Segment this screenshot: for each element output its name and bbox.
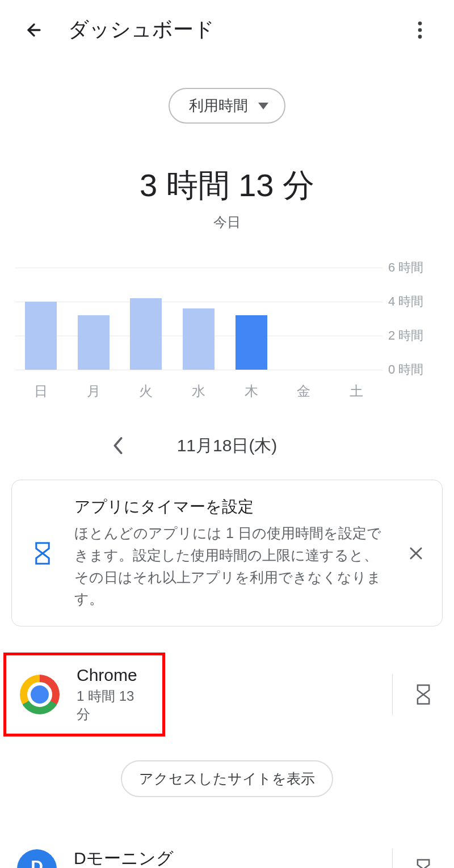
- chart-x-tick-label: 土: [330, 382, 382, 400]
- total-usage-time: 3 時間 13 分: [0, 164, 454, 208]
- info-card-close-button[interactable]: [402, 540, 430, 567]
- app-name: Dモーニング: [74, 847, 380, 868]
- info-card-title: アプリにタイマーを設定: [74, 496, 388, 518]
- chart-y-tick-label: 6 時間: [388, 259, 439, 276]
- svg-point-3: [418, 35, 422, 39]
- chart-bar[interactable]: [25, 302, 57, 370]
- overflow-menu-button[interactable]: [406, 16, 434, 44]
- chart-x-tick-label: 火: [120, 382, 173, 400]
- back-button[interactable]: [20, 16, 48, 44]
- chart-bar-slot: [68, 268, 120, 370]
- arrow-left-icon: [24, 20, 44, 40]
- app-row-dmorning: D モーニング Dモーニング 32 分: [0, 833, 454, 868]
- chevron-left-icon: [112, 437, 124, 454]
- app-row-item[interactable]: Chrome 1 時間 13 分: [3, 653, 165, 736]
- hourglass-icon: [26, 541, 60, 565]
- divider: [392, 674, 393, 715]
- chart-bar[interactable]: [78, 315, 110, 370]
- chart-gridline: [15, 370, 382, 370]
- info-card-description: ほとんどのアプリには 1 日の使用時間を設定できます。設定した使用時間の上限に達…: [74, 522, 388, 610]
- chart-bar-slot: [15, 268, 68, 370]
- chart-bar-slot: [173, 268, 225, 370]
- set-timer-button[interactable]: [409, 680, 438, 709]
- chart-bar-slot: [278, 268, 330, 370]
- chrome-app-icon: [20, 675, 60, 714]
- show-sites-row: アクセスしたサイトを表示: [0, 760, 454, 797]
- hourglass-icon: [416, 858, 431, 869]
- chart-y-tick-label: 4 時間: [388, 293, 439, 310]
- metric-selector-row: 利用時間: [0, 88, 454, 124]
- chart-x-tick-label: 金: [278, 382, 330, 400]
- page-title: ダッシュボード: [68, 16, 406, 44]
- chart-x-tick-label: 月: [68, 382, 120, 400]
- usage-bar-chart: 日月火水木金土 0 時間2 時間4 時間6 時間: [15, 268, 439, 381]
- divider: [392, 849, 393, 869]
- app-row-item[interactable]: D モーニング Dモーニング 32 分: [0, 833, 392, 868]
- chart-y-tick-label: 0 時間: [388, 361, 439, 378]
- svg-point-2: [418, 28, 422, 32]
- chart-bar-slot: [225, 268, 278, 370]
- chart-bar[interactable]: [236, 315, 267, 370]
- app-name: Chrome: [77, 666, 151, 685]
- set-timer-button[interactable]: [409, 854, 438, 869]
- app-usage-time: 1 時間 13 分: [77, 687, 151, 723]
- more-vertical-icon: [418, 22, 422, 39]
- chart-bar[interactable]: [183, 308, 215, 370]
- metric-selector[interactable]: 利用時間: [169, 88, 285, 124]
- app-row-chrome: Chrome 1 時間 13 分: [0, 653, 454, 736]
- app-header: ダッシュボード: [0, 0, 454, 55]
- current-date-label: 11月18日(木): [177, 434, 278, 458]
- show-sites-label: アクセスしたサイトを表示: [139, 770, 315, 786]
- chart-x-tick-label: 木: [225, 382, 278, 400]
- chart-x-tick-label: 水: [173, 382, 225, 400]
- timer-info-card: アプリにタイマーを設定 ほとんどのアプリには 1 日の使用時間を設定できます。設…: [11, 480, 443, 626]
- today-label: 今日: [0, 213, 454, 231]
- hourglass-icon: [416, 684, 431, 705]
- show-accessed-sites-button[interactable]: アクセスしたサイトを表示: [121, 760, 333, 797]
- chart-bar[interactable]: [130, 298, 162, 370]
- svg-point-1: [418, 22, 422, 26]
- chart-x-tick-label: 日: [15, 382, 68, 400]
- metric-selector-label: 利用時間: [189, 96, 248, 116]
- chevron-down-icon: [258, 103, 268, 109]
- date-navigator: 11月18日(木): [0, 432, 454, 459]
- chart-bar-slot: [330, 268, 382, 370]
- chart-y-tick-label: 2 時間: [388, 327, 439, 344]
- chart-bar-slot: [120, 268, 173, 370]
- close-icon: [409, 546, 423, 561]
- dmorning-app-icon: D モーニング: [17, 849, 57, 869]
- prev-day-button[interactable]: [104, 432, 132, 459]
